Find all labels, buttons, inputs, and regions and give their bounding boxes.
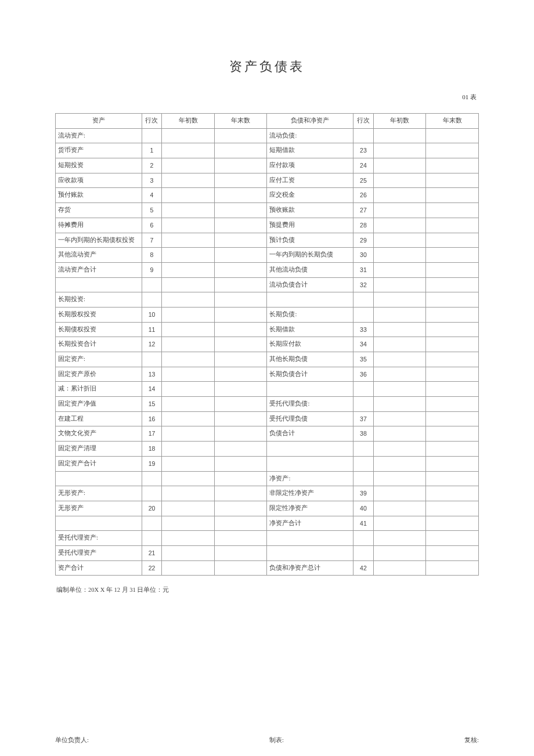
liab-label-cell: 负债合计 xyxy=(267,426,353,442)
asset-label-cell: 固定资产原价 xyxy=(56,367,142,382)
header-begin-left: 年初数 xyxy=(162,114,215,129)
liab-label-cell: 其他长期负债 xyxy=(267,352,353,367)
asset-label-cell: 减：累计折旧 xyxy=(56,382,142,397)
asset-end-cell xyxy=(214,486,267,501)
page-title: 资产负债表 xyxy=(55,58,479,75)
liab-line-cell: 31 xyxy=(353,262,374,277)
liab-line-cell: 27 xyxy=(353,203,374,218)
table-row: 固定资产清理18 xyxy=(56,442,479,457)
table-row: 长期股权投资10长期负债: xyxy=(56,307,479,322)
table-row: 资产合计22负债和净资产总计42 xyxy=(56,560,479,576)
liab-begin-cell xyxy=(373,233,426,248)
asset-label-cell xyxy=(56,471,142,486)
liab-label-cell: 一年内到期的长期负债 xyxy=(267,248,353,263)
liab-line-cell: 42 xyxy=(353,560,374,576)
liab-end-cell xyxy=(426,248,479,263)
table-row: 一年内到期的长期债权投资7预计负债29 xyxy=(56,233,479,248)
asset-label-cell xyxy=(56,516,142,531)
liab-label-cell: 净资产: xyxy=(267,471,353,486)
liab-label-cell: 净资产合计 xyxy=(267,516,353,531)
liab-line-cell: 41 xyxy=(353,516,374,531)
table-row: 固定资产原价13长期负债合计36 xyxy=(56,367,479,382)
liab-end-cell xyxy=(426,173,479,188)
asset-line-cell: 10 xyxy=(142,307,162,322)
liab-end-cell xyxy=(426,128,479,143)
liab-label-cell: 负债和净资产总计 xyxy=(267,560,353,576)
liab-begin-cell xyxy=(373,292,426,308)
asset-end-cell xyxy=(214,367,267,382)
liab-line-cell: 35 xyxy=(353,352,374,367)
table-row: 受托代理资产21 xyxy=(56,545,479,560)
asset-end-cell xyxy=(214,531,267,546)
asset-end-cell xyxy=(214,397,267,412)
liab-label-cell: 限定性净资产 xyxy=(267,501,353,516)
asset-end-cell xyxy=(214,456,267,471)
asset-begin-cell xyxy=(162,158,215,173)
asset-label-cell: 固定资产净值 xyxy=(56,397,142,412)
liab-end-cell xyxy=(426,307,479,322)
table-row: 净资产合计41 xyxy=(56,516,479,531)
liab-label-cell xyxy=(267,456,353,471)
liab-line-cell: 24 xyxy=(353,158,374,173)
table-row: 短期投资2应付款项24 xyxy=(56,158,479,173)
liab-label-cell: 长期负债: xyxy=(267,307,353,322)
asset-end-cell xyxy=(214,322,267,337)
liab-begin-cell xyxy=(373,426,426,442)
asset-line-cell: 9 xyxy=(142,262,162,277)
asset-begin-cell xyxy=(162,277,215,292)
table-row: 减：累计折旧14 xyxy=(56,382,479,397)
liab-begin-cell xyxy=(373,248,426,263)
table-row: 货币资产1短期借款23 xyxy=(56,143,479,158)
asset-end-cell xyxy=(214,173,267,188)
header-line-right: 行次 xyxy=(353,114,374,129)
liab-label-cell xyxy=(267,442,353,457)
liab-line-cell: 39 xyxy=(353,486,374,501)
liab-line-cell: 33 xyxy=(353,322,374,337)
asset-end-cell xyxy=(214,188,267,203)
asset-end-cell xyxy=(214,352,267,367)
asset-line-cell: 18 xyxy=(142,442,162,457)
liab-label-cell: 流动负债: xyxy=(267,128,353,143)
asset-label-cell: 在建工程 xyxy=(56,411,142,426)
liab-label-cell xyxy=(267,531,353,546)
asset-begin-cell xyxy=(162,248,215,263)
asset-label-cell: 资产合计 xyxy=(56,560,142,576)
liab-end-cell xyxy=(426,218,479,233)
asset-label-cell: 受托代理资产 xyxy=(56,545,142,560)
table-header-row: 资产 行次 年初数 年末数 负债和净资产 行次 年初数 年末数 xyxy=(56,114,479,129)
asset-line-cell xyxy=(142,471,162,486)
liab-end-cell xyxy=(426,411,479,426)
liab-label-cell: 非限定性净资产 xyxy=(267,486,353,501)
table-row: 预付账款4应交税金26 xyxy=(56,188,479,203)
table-row: 应收款项3应付工资25 xyxy=(56,173,479,188)
liab-begin-cell xyxy=(373,203,426,218)
asset-label-cell: 长期股权投资 xyxy=(56,307,142,322)
liab-begin-cell xyxy=(373,337,426,352)
liab-line-cell xyxy=(353,456,374,471)
liab-line-cell: 40 xyxy=(353,501,374,516)
asset-end-cell xyxy=(214,516,267,531)
asset-begin-cell xyxy=(162,188,215,203)
asset-label-cell: 受托代理资产: xyxy=(56,531,142,546)
liab-end-cell xyxy=(426,486,479,501)
asset-begin-cell xyxy=(162,560,215,576)
liab-end-cell xyxy=(426,322,479,337)
asset-label-cell: 无形资产 xyxy=(56,501,142,516)
asset-end-cell xyxy=(214,471,267,486)
liab-label-cell: 应付工资 xyxy=(267,173,353,188)
liab-label-cell: 长期负债合计 xyxy=(267,367,353,382)
asset-begin-cell xyxy=(162,233,215,248)
table-row: 无形资产:非限定性净资产39 xyxy=(56,486,479,501)
liab-label-cell: 应交税金 xyxy=(267,188,353,203)
liab-label-cell: 应付款项 xyxy=(267,158,353,173)
asset-line-cell: 2 xyxy=(142,158,162,173)
asset-line-cell xyxy=(142,292,162,308)
asset-end-cell xyxy=(214,158,267,173)
liab-begin-cell xyxy=(373,158,426,173)
liab-line-cell: 29 xyxy=(353,233,374,248)
liab-end-cell xyxy=(426,143,479,158)
liab-begin-cell xyxy=(373,322,426,337)
liab-begin-cell xyxy=(373,277,426,292)
balance-sheet-table: 资产 行次 年初数 年末数 负债和净资产 行次 年初数 年末数 流动资产:流动负… xyxy=(55,113,479,576)
asset-line-cell: 21 xyxy=(142,545,162,560)
